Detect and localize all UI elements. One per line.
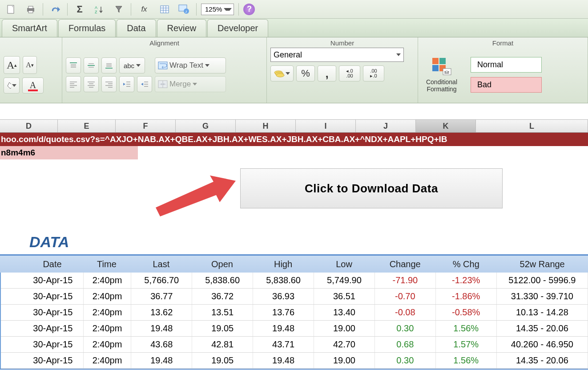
filter-button[interactable] <box>111 3 126 16</box>
merge-button[interactable]: Merge <box>155 76 226 92</box>
table-cell: -1.23% <box>436 273 497 288</box>
cell-url-line2[interactable]: n8m4m6 <box>0 146 138 159</box>
table-cell: 0.68 <box>375 337 436 352</box>
table-cell: 19.00 <box>314 321 375 336</box>
table-cell: 2:40pm <box>84 337 132 352</box>
column-header-G[interactable]: G <box>176 120 236 132</box>
table-row[interactable]: 30-Apr-152:40pm19.4819.0519.4819.000.301… <box>1 353 588 369</box>
table-cell: 13.51 <box>192 305 253 320</box>
tab-smartart[interactable]: SmartArt <box>2 19 57 37</box>
table-row[interactable]: 30-Apr-152:40pm5,766.705,838.605,838.605… <box>1 273 588 289</box>
table-cell: 2:40pm <box>84 321 132 336</box>
table-cell: -0.70 <box>375 289 436 304</box>
new-button[interactable] <box>4 3 19 16</box>
table-cell: 5,838.60 <box>253 273 314 288</box>
spreadsheet: DEFGHIJKL hoo.com/d/quotes.csv?s=^AXJO+N… <box>0 119 588 370</box>
percent-format-button[interactable]: % <box>296 65 315 81</box>
download-data-button[interactable]: Click to Download Data <box>240 168 503 208</box>
column-header-E[interactable]: E <box>58 120 116 132</box>
svg-point-49 <box>276 73 284 77</box>
column-header-H[interactable]: H <box>236 120 296 132</box>
autosum-button[interactable]: Σ <box>72 3 87 16</box>
table-row[interactable]: 30-Apr-152:40pm43.6842.8143.7142.700.681… <box>1 337 588 353</box>
decrease-indent-button[interactable] <box>119 76 134 92</box>
align-bottom-button[interactable] <box>101 57 117 73</box>
redo-button[interactable] <box>48 3 63 16</box>
accounting-format-button[interactable] <box>270 65 294 81</box>
media-button[interactable]: ♪ <box>177 3 192 16</box>
table-cell: 1.56% <box>436 321 497 336</box>
table-header-cell: Time <box>83 259 131 269</box>
tab-developer[interactable]: Developer <box>207 19 268 37</box>
column-header-I[interactable]: I <box>296 120 356 132</box>
align-middle-button[interactable] <box>84 57 99 73</box>
help-button[interactable]: ? <box>243 4 255 15</box>
table-row[interactable]: 30-Apr-152:40pm13.6213.5113.7613.40-0.08… <box>1 305 588 321</box>
table-cell: 30-Apr-15 <box>23 337 84 352</box>
align-center-button[interactable] <box>84 76 99 92</box>
tab-review[interactable]: Review <box>157 19 207 37</box>
table-cell: 40.260 - 46.950 <box>497 337 588 352</box>
zoom-box[interactable]: 125% <box>201 4 234 15</box>
table-cell: 19.48 <box>131 321 192 336</box>
column-header-K[interactable]: K <box>416 120 476 132</box>
table-cell: 42.70 <box>314 337 375 352</box>
table-cell: 0.30 <box>375 321 436 336</box>
table-cell: 13.62 <box>131 305 192 320</box>
column-header-D[interactable]: D <box>0 120 58 132</box>
table-header-cell: Open <box>192 259 253 269</box>
tab-data[interactable]: Data <box>117 19 156 37</box>
cell-style-normal[interactable]: Normal <box>471 57 542 73</box>
grow-font-button[interactable]: A▴ <box>4 56 20 74</box>
table-cell: 2:40pm <box>84 305 132 320</box>
arrow-icon <box>147 167 236 216</box>
ribbon-tabstrip: SmartArtFormulasDataReviewDeveloper <box>0 19 588 37</box>
align-right-button[interactable] <box>101 76 117 92</box>
align-top-button[interactable] <box>66 57 81 73</box>
table-cell: 0.30 <box>375 353 436 368</box>
align-left-button[interactable] <box>66 76 81 92</box>
increase-decimal-button[interactable]: ◂.0.00 <box>339 65 360 81</box>
number-format-select[interactable]: General <box>270 48 404 62</box>
column-headers: DEFGHIJKL <box>0 119 588 133</box>
table-cell: 30-Apr-15 <box>23 305 84 320</box>
sort-button[interactable]: AZ <box>92 3 107 16</box>
comma-format-button[interactable]: , <box>318 65 336 81</box>
table-cell: 2:40pm <box>84 289 132 304</box>
print-button[interactable] <box>23 3 38 16</box>
download-area: Click to Download Data <box>0 159 588 226</box>
table-cell: 5,766.70 <box>131 273 192 288</box>
table-row[interactable]: 30-Apr-152:40pm36.7736.7236.9336.51-0.70… <box>1 289 588 305</box>
conditional-formatting-button[interactable]: ≤≥ Conditional Formatting <box>422 57 462 93</box>
cell-url-line1[interactable]: hoo.com/d/quotes.csv?s=^AXJO+NAB.AX+QBE.… <box>0 133 588 146</box>
svg-rect-6 <box>161 6 169 13</box>
increase-indent-button[interactable] <box>137 76 152 92</box>
table-header-cell: High <box>253 259 314 269</box>
table-cell: 1.56% <box>436 353 497 368</box>
cell-style-bad[interactable]: Bad <box>471 77 542 93</box>
table-cell: -71.90 <box>375 273 436 288</box>
font-color-button[interactable]: A <box>22 77 44 94</box>
table-cell: 13.76 <box>253 305 314 320</box>
table-cell: 30-Apr-15 <box>23 273 84 288</box>
decrease-decimal-button[interactable]: .00▸.0 <box>363 65 384 81</box>
fx-button[interactable]: fx <box>136 3 153 16</box>
table-cell: 5,749.90 <box>314 273 375 288</box>
zoom-value: 125% <box>203 5 224 13</box>
orientation-button[interactable]: abc <box>119 57 145 73</box>
svg-text:≤≥: ≤≥ <box>444 69 449 74</box>
show-formulas-button[interactable] <box>157 3 172 16</box>
wrap-text-button[interactable]: Wrap Text <box>155 57 226 73</box>
table-cell: 43.71 <box>253 337 314 352</box>
column-header-L[interactable]: L <box>476 120 588 132</box>
shrink-font-button[interactable]: A▾ <box>23 56 37 74</box>
tab-formulas[interactable]: Formulas <box>58 19 116 37</box>
fill-color-button[interactable] <box>4 77 20 94</box>
column-header-J[interactable]: J <box>356 120 416 132</box>
table-cell: 31.330 - 39.710 <box>497 289 588 304</box>
svg-text:A: A <box>95 5 97 10</box>
table-row[interactable]: 30-Apr-152:40pm19.4819.0519.4819.000.301… <box>1 321 588 337</box>
column-header-F[interactable]: F <box>116 120 176 132</box>
svg-rect-3 <box>28 11 33 13</box>
table-cell: 42.81 <box>192 337 253 352</box>
